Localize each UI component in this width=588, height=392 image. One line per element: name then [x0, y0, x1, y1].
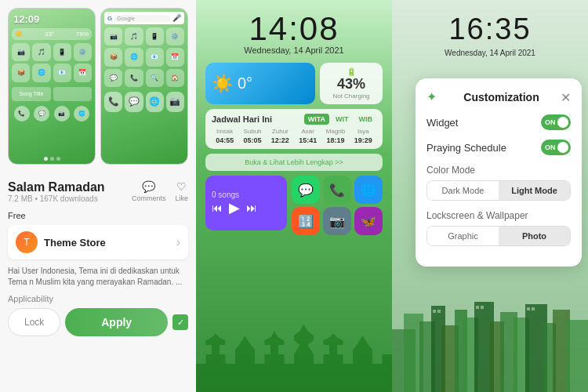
weather-temp-small: 33° — [45, 31, 54, 38]
app-icon[interactable]: 🦋 — [354, 207, 383, 235]
w5: 📦 — [104, 48, 122, 66]
next-button[interactable]: ⏭ — [246, 201, 257, 214]
camera-icon[interactable]: 📷 — [323, 207, 351, 235]
prayer-header-subuh: Subuh — [239, 128, 265, 135]
music-song-count: 0 songs — [212, 191, 257, 199]
battery-card: 🔋 43% Not Charging — [320, 63, 383, 104]
phone1-time: 12:09 — [9, 9, 95, 27]
w3: 📱 — [146, 27, 164, 45]
calc-icon[interactable]: 🔢 — [292, 207, 320, 235]
prayer-card: Jadwal Hari Ini WITA WIT WIB Imsak Subuh… — [205, 109, 383, 149]
right-panel: 16:35 Wednesday, 14 April 2021 ✦ Customi… — [392, 0, 588, 392]
mid-content: 14:08 Wednesday, 14 April 2021 ☀️ 0° 🔋 4… — [196, 0, 392, 246]
lock-button[interactable]: Lock — [8, 308, 60, 336]
apply-checkbox[interactable]: ✓ — [172, 314, 188, 330]
custom-logo-icon: ✦ — [426, 89, 442, 105]
svg-rect-14 — [566, 320, 588, 392]
music-card: 0 songs ⏮ ▶ ⏭ — [205, 176, 287, 230]
right-date: Wednesday, 14 April 2021 — [392, 49, 588, 57]
theme-store-logo: T — [16, 231, 38, 253]
light-mode-button[interactable]: Light Mode — [499, 181, 570, 200]
theme-store-name: Theme Store — [44, 237, 106, 249]
mid-time: 14:08 — [205, 13, 383, 45]
play-button[interactable]: ▶ — [229, 199, 240, 216]
phone-icon[interactable]: 📞 — [323, 176, 351, 204]
mid-cards-row: ☀️ 0° 🔋 43% Not Charging — [205, 63, 383, 104]
middle-panel: 14:08 Wednesday, 14 April 2021 ☀️ 0° 🔋 4… — [196, 0, 392, 392]
photo-button[interactable]: Photo — [499, 227, 570, 245]
app-icons-top: 💬 📞 🌐 — [292, 176, 383, 204]
widget-toggle-label: ON — [541, 118, 556, 126]
weather-sun-small: ☀️ — [15, 31, 23, 38]
prayer-header-imsak: Imsak — [212, 128, 238, 135]
weather-card: ☀️ 0° — [205, 63, 315, 104]
phone-widgets: 📷 🎵 📱 ⚙️ 📦 🌐 📧 📅 — [9, 42, 95, 84]
prayer-tabs: WITA WIT WIB — [304, 114, 376, 125]
svg-rect-15 — [433, 310, 436, 313]
battery-icon-row: 🔋 — [347, 67, 356, 76]
chevron-right-icon: › — [176, 235, 180, 249]
widget-icon-3: 📱 — [53, 43, 71, 61]
prayer-tab-wib[interactable]: WIB — [355, 114, 377, 125]
color-mode-label: Color Mode — [426, 165, 571, 176]
prayer-tab-wita[interactable]: WITA — [304, 114, 329, 125]
bottom-widgets: 0 songs ⏮ ▶ ⏭ 💬 📞 🌐 🔢 📷 🦋 — [205, 176, 383, 235]
prayer-header-zuhur: Zuhur — [267, 128, 293, 135]
customization-panel: ✦ Customization ✕ Widget ON Praying Sche… — [416, 78, 582, 267]
theme-store-left: T Theme Store — [16, 231, 106, 253]
w9: 💬 — [104, 69, 122, 87]
theme-store-row[interactable]: T Theme Store › — [8, 225, 188, 260]
phone-preview-2: G Google 🎤 📷 🎵 📱 ⚙️ 📦 🌐 📧 📅 💬 📞 🔍 🏠 📞 — [100, 8, 188, 165]
app-info: Salam Ramadan 7.2 MB • 167K downloads 💬 … — [8, 180, 188, 384]
dark-mode-button[interactable]: Dark Mode — [427, 181, 499, 200]
praying-label: Praying Schedule — [426, 142, 506, 154]
svg-rect-17 — [476, 306, 479, 309]
music-controls: ⏮ ▶ ⏭ — [212, 199, 257, 216]
w11: 🔍 — [146, 69, 164, 87]
praying-toggle[interactable]: ON — [541, 140, 571, 155]
prayer-header-isya: Isya — [350, 128, 376, 135]
svg-rect-18 — [481, 306, 484, 309]
svg-rect-20 — [532, 307, 535, 310]
browser-icon[interactable]: 🌐 — [354, 176, 383, 204]
apply-button[interactable]: Apply — [65, 308, 168, 336]
color-mode-group: Dark Mode Light Mode — [426, 180, 571, 201]
app-subtitle: 7.2 MB • 167K downloads — [8, 194, 105, 203]
prayer-time-zuhur: 12:22 — [267, 136, 293, 144]
battery-pct-small: 78% — [76, 31, 89, 38]
svg-rect-19 — [527, 307, 530, 310]
close-button[interactable]: ✕ — [561, 90, 571, 105]
prayer-tab-wit[interactable]: WIT — [332, 114, 353, 125]
prayer-time-subuh: 05:05 — [239, 136, 265, 144]
like-button[interactable]: ♡ Like — [175, 180, 188, 202]
battery-percentage: 43% — [337, 76, 365, 93]
widget-icon-6: 🌐 — [32, 64, 50, 82]
widget-toggle[interactable]: ON — [541, 114, 571, 130]
comments-label: Comments — [132, 194, 166, 202]
mosque-silhouette — [196, 298, 392, 392]
like-label: Like — [175, 194, 188, 202]
prev-button[interactable]: ⏮ — [212, 201, 223, 214]
right-app-icons: 💬 📞 🌐 🔢 📷 🦋 — [292, 176, 383, 235]
buka-button[interactable]: Buka & Lihat Lebih Lengkap >> — [205, 154, 383, 171]
prayer-header-asar: Asar — [295, 128, 321, 135]
app-description: Hai User Indonesia, Tema ini di dedikask… — [8, 266, 188, 288]
comments-icon: 💬 — [142, 180, 155, 193]
phone-previews: 12:09 ☀️ 33° 78% 📷 🎵 📱 ⚙️ 📦 🌐 📧 📅 Song T… — [8, 8, 188, 172]
whatsapp-icon[interactable]: 💬 — [292, 176, 320, 204]
prayer-header: Jadwal Hari Ini WITA WIT WIB — [212, 114, 376, 125]
widget-icon-5: 📦 — [12, 64, 30, 82]
w8: 📅 — [166, 48, 184, 66]
prayer-columns: Imsak Subuh Zuhur Asar Magrib Isya 04:55… — [212, 128, 376, 144]
applicability-row: Lock Apply ✓ — [8, 308, 188, 336]
graphic-button[interactable]: Graphic — [427, 227, 499, 245]
widget-label: Widget — [426, 117, 458, 129]
comments-button[interactable]: 💬 Comments — [132, 180, 166, 202]
battery-icon: 🔋 — [347, 67, 356, 76]
praying-row: Praying Schedule ON — [426, 140, 571, 155]
app-actions: 💬 Comments ♡ Like — [132, 180, 188, 202]
prayer-header-magrib: Magrib — [322, 128, 348, 135]
weather-widget-small: ☀️ 33° 78% — [12, 28, 92, 40]
widget-row: Widget ON — [426, 114, 571, 130]
w2: 🎵 — [125, 27, 143, 45]
